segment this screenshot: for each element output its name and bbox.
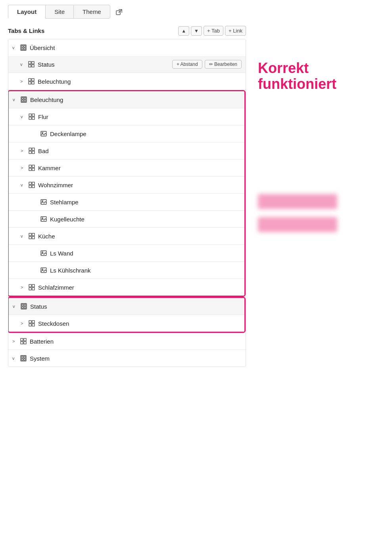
chevron-steckdosen: > [21, 321, 26, 326]
svg-rect-22 [29, 117, 31, 119]
tree-item-ubersicht: v Übersicht v [8, 39, 246, 90]
tree-row-schlafzimmer[interactable]: > Schlafzimmer [9, 279, 244, 296]
label-bad: Bad [38, 148, 49, 154]
label-system: System [30, 355, 50, 362]
chevron-beleuchtung-top: > [20, 79, 26, 84]
layout-icon-ubersicht [20, 44, 27, 51]
tab-site[interactable]: Site [46, 5, 73, 19]
tree-row-beleuchtung-top[interactable]: > Beleuchtung [8, 73, 246, 90]
svg-rect-42 [29, 233, 31, 236]
svg-point-47 [42, 252, 43, 253]
tree-row-flur[interactable]: v Flur [9, 108, 244, 125]
tab-layout[interactable]: Layout [8, 5, 46, 19]
tree-row-beleuchtung-section[interactable]: v Beleuchtung [9, 91, 244, 108]
tree-row-kammer[interactable]: > Kammer [9, 159, 244, 176]
svg-rect-26 [29, 148, 31, 150]
svg-rect-51 [32, 284, 35, 287]
label-ls-kuhlschrank: Ls Kühlschrank [50, 267, 91, 274]
tree-row-status-top[interactable]: v Status + Abstand ✏ Be [8, 56, 246, 73]
chevron-batterien: > [12, 339, 18, 344]
svg-rect-11 [29, 79, 31, 81]
tree-item-ls-wand: Ls Wand [9, 245, 244, 262]
svg-rect-4 [24, 46, 25, 47]
section-controls: ▲ ▼ + Tab + Link [178, 26, 246, 36]
tree-item-steckdosen: > Steckdosen [9, 315, 244, 332]
tree-row-kuche[interactable]: v Küche [9, 228, 244, 244]
svg-rect-23 [32, 117, 35, 119]
tree-row-deckenlampe[interactable]: Deckenlampe [9, 125, 244, 142]
svg-rect-10 [32, 65, 34, 67]
tree-row-ubersicht[interactable]: v Übersicht [8, 39, 246, 56]
section-title: Tabs & Links [8, 27, 44, 34]
svg-rect-19 [24, 100, 26, 102]
add-abstand-button[interactable]: + Abstand [172, 60, 202, 69]
svg-rect-55 [22, 304, 23, 306]
label-deckenlampe: Deckenlampe [50, 131, 86, 137]
tree-row-status-section[interactable]: v Status [9, 298, 244, 315]
svg-rect-28 [29, 151, 31, 154]
svg-rect-66 [24, 342, 26, 344]
bearbeiten-button[interactable]: ✏ Bearbeiten [205, 60, 242, 69]
tree-row-stehlampe[interactable]: Stehlampe [9, 194, 244, 210]
tab-theme[interactable]: Theme [73, 5, 110, 19]
svg-rect-30 [29, 165, 31, 167]
tree-row-system[interactable]: v System [8, 350, 246, 367]
tree-row-kugelleuchte[interactable]: Kugelleuchte [9, 211, 244, 227]
svg-rect-53 [32, 288, 35, 290]
chevron-system: v [12, 356, 18, 361]
grid-icon-schlafzimmer [29, 284, 35, 290]
svg-rect-34 [29, 182, 31, 184]
tree-row-ls-kuhlschrank[interactable]: Ls Kühlschrank [9, 262, 244, 279]
tree-row-wohnzimmer[interactable]: v Wohnzimmer [9, 177, 244, 193]
image-icon-ls-kuhlschrank [40, 267, 47, 273]
label-status-top: Status [38, 61, 55, 68]
grid-icon-kuche [29, 233, 35, 239]
move-up-button[interactable]: ▲ [178, 26, 189, 36]
svg-rect-45 [32, 236, 35, 239]
tree-item-status-top: v Status + Abstand ✏ Be [8, 56, 246, 73]
svg-rect-14 [32, 82, 34, 84]
svg-rect-17 [24, 98, 26, 99]
svg-rect-59 [29, 321, 31, 323]
svg-rect-13 [29, 82, 31, 84]
tree-item-kammer: > Kammer [9, 159, 244, 177]
tree-row-ls-wand[interactable]: Ls Wand [9, 245, 244, 261]
svg-rect-68 [21, 356, 23, 358]
chevron-ubersicht: v [12, 45, 18, 50]
label-schlafzimmer: Schlafzimmer [38, 284, 74, 291]
label-wohnzimmer: Wohnzimmer [38, 182, 73, 188]
blurred-block-2 [258, 217, 337, 232]
tree-row-batterien[interactable]: > Batterien [8, 333, 246, 350]
grid-icon-steckdosen [29, 320, 35, 327]
grid-icon-kammer [29, 165, 35, 171]
tree-item-beleuchtung-top: > Beleuchtung [8, 73, 246, 90]
svg-rect-52 [29, 288, 31, 290]
section-header: Tabs & Links ▲ ▼ + Tab + Link [8, 26, 246, 36]
right-panel: Korrekt funktioniert [246, 5, 392, 367]
svg-rect-20 [29, 114, 31, 116]
label-flur: Flur [38, 113, 48, 120]
tree-row-steckdosen[interactable]: > Steckdosen [9, 315, 244, 332]
tree-item-ls-kuhlschrank: Ls Kühlschrank [9, 262, 244, 279]
label-ubersicht: Übersicht [30, 44, 55, 51]
external-link-button[interactable] [116, 7, 122, 16]
svg-rect-33 [32, 168, 35, 171]
add-tab-button[interactable]: + Tab [204, 26, 223, 36]
svg-rect-6 [24, 48, 25, 50]
tree-item-schlafzimmer: > Schlafzimmer [9, 279, 244, 296]
tree-item-bad: > Bad [9, 142, 244, 159]
label-beleuchtung-section: Beleuchtung [30, 96, 63, 103]
svg-rect-63 [21, 338, 23, 341]
tree-item-status-section: v Status [9, 298, 244, 315]
svg-point-25 [42, 133, 43, 134]
svg-rect-69 [24, 356, 25, 358]
image-icon-deckenlampe [40, 131, 47, 137]
grid-icon-bad [29, 148, 35, 154]
add-link-button[interactable]: + Link [225, 26, 246, 36]
tree-row-bad[interactable]: > Bad [9, 142, 244, 159]
svg-rect-37 [32, 185, 35, 188]
label-kammer: Kammer [38, 165, 61, 171]
svg-rect-27 [32, 148, 35, 150]
move-down-button[interactable]: ▼ [191, 26, 202, 36]
svg-point-39 [42, 201, 43, 202]
